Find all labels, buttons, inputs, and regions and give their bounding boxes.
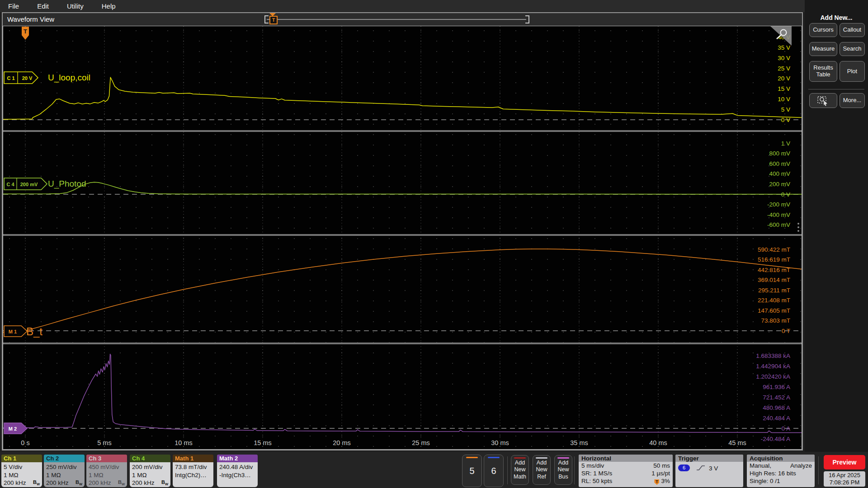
ch4-axis-tick: 400 mV [769, 170, 790, 177]
search-button[interactable]: Search [840, 42, 865, 56]
horizontal-panel[interactable]: Horizontal 5 ms/div50 ms SR: 1 MS/s1 µs/… [579, 455, 673, 487]
channel-setting-row: 250 mV/div [46, 463, 85, 471]
trigger-source-badge: 6 [678, 465, 690, 471]
channel-badge-ch1[interactable]: Ch 15 V/div1 MΩ200 kHzBW [1, 455, 42, 487]
channel-6-button[interactable]: 6 [484, 455, 504, 487]
bottom-settings-bar: Ch 15 V/div1 MΩ200 kHzBWCh 2250 mV/div1 … [0, 452, 868, 488]
math1-band-area [3, 236, 802, 343]
ch4-plot-badge[interactable]: C 4 200 mV [4, 178, 47, 190]
waveform-view-tab[interactable]: Waveform View T [3, 13, 802, 26]
acquisition-panel[interactable]: Acquisition Manual,Analyze High Res: 16 … [747, 455, 815, 487]
ch4-axis-tick: 800 mV [769, 150, 790, 157]
channel-badge-math1[interactable]: Math 173.8 mT/divIntg(Ch2)… [173, 455, 213, 487]
ch1-axis-tick: 10 V [778, 96, 790, 103]
x-axis-tick: 0 s [21, 439, 29, 446]
ch1-plot-badge[interactable]: C 1 20 V [4, 72, 38, 84]
rising-edge-icon [696, 465, 705, 471]
channel-setting-row: 1 MΩ [132, 471, 170, 479]
x-axis-tick: 40 ms [649, 439, 667, 446]
add-new-bus-button[interactable]: AddNewBus [554, 455, 572, 485]
callout-button[interactable]: Callout [840, 23, 865, 37]
minimap-trigger-icon[interactable]: T [269, 16, 278, 24]
minimap-left-bracket[interactable] [264, 15, 269, 23]
add-new-ref-button[interactable]: AddNewRef [533, 455, 551, 485]
channel-badge-math2[interactable]: Math 2240.48 A/div-Intg(Ch3… [217, 455, 258, 487]
bandwidth-limit-icon: BW [118, 479, 125, 487]
channel-badge-settings: 200 mV/div1 MΩ200 kHzBW [130, 462, 170, 487]
cursors-button[interactable]: Cursors [809, 23, 837, 37]
math1-axis-tick: 590.422 mT [758, 246, 790, 253]
bottom-bar-divider [507, 456, 508, 484]
x-axis-tick: 45 ms [728, 439, 746, 446]
channel-setting-row: 5 V/div [4, 463, 42, 471]
ch4-badge-scale: 200 mV [20, 182, 38, 187]
channel-badge-title: Ch 1 [1, 455, 42, 462]
menu-help[interactable]: Help [102, 2, 116, 10]
minimap-right-bracket[interactable] [525, 15, 529, 23]
math1-axis-tick: 516.619 mT [758, 256, 790, 263]
ch4-axis-tick: 600 mV [769, 160, 790, 167]
ch1-badge-scale: 20 V [22, 75, 33, 81]
more-button[interactable]: More... [840, 93, 865, 108]
math1-axis-tick: 369.014 mT [758, 277, 790, 283]
math1-badge-id: M 1 [9, 329, 17, 334]
add-new-math-button[interactable]: AddNewMath [511, 455, 529, 485]
menu-utility[interactable]: Utility [67, 2, 84, 10]
channel-color-accent [488, 457, 500, 458]
x-axis-tick: 5 ms [97, 439, 111, 446]
menu-edit[interactable]: Edit [37, 2, 49, 10]
channel-setting-row: -Intg(Ch3… [219, 471, 258, 479]
measure-button[interactable]: Measure [809, 42, 837, 56]
sample-rate: SR: 1 MS/s [581, 469, 612, 477]
x-axis-tick: 30 ms [491, 439, 509, 446]
trigger-panel[interactable]: Trigger 6 3 V [675, 455, 743, 487]
ch1-axis-tick: 25 V [778, 65, 790, 72]
horizontal-minimap-track[interactable] [267, 19, 526, 20]
ch4-axis-tick: -200 mV [767, 201, 790, 208]
bandwidth-limit-icon: BW [33, 479, 40, 487]
channel-badge-settings: 250 mV/div1 MΩ200 kHzBW [44, 462, 85, 487]
channel-setting-row: Intg(Ch2)… [175, 471, 213, 479]
menu-file[interactable]: File [8, 2, 19, 10]
channel-color-accent [466, 457, 478, 458]
channel-badge-ch4[interactable]: Ch 4200 mV/div1 MΩ200 kHzBW [130, 455, 170, 487]
sidebar-divider [808, 89, 864, 89]
channel-badge-ch3[interactable]: Ch 3450 mV/div1 MΩ200 kHzBW [86, 455, 127, 487]
ch1-band-area [3, 26, 802, 130]
channel-number: 6 [491, 466, 496, 476]
waveform-graticule[interactable]: 40 V35 V30 V25 V20 V15 V10 V5 V0 V1 V800… [3, 26, 802, 450]
math1-axis-tick: 147.605 mT [758, 307, 790, 314]
channel-badge-title: Ch 3 [86, 455, 127, 462]
math2-band-area [3, 344, 802, 449]
acquisition-panel-title: Acquisition [747, 455, 815, 462]
channel-5-button[interactable]: 5 [462, 455, 482, 487]
math2-axis-tick: 0 A [781, 425, 790, 432]
channel-badge-ch2[interactable]: Ch 2250 mV/div1 MΩ200 kHzBW [44, 455, 85, 487]
zoom-selection-button[interactable] [809, 93, 837, 108]
x-axis-tick: 15 ms [254, 439, 272, 446]
bottom-bar-divider [574, 456, 575, 484]
preview-button[interactable]: Preview [824, 455, 865, 469]
math2-axis-tick: 480.968 A [763, 404, 790, 411]
trigger-position-readout: T3% [654, 477, 670, 485]
button-label: AddNewMath [514, 460, 526, 481]
ch4-waveform-label: U_Photod [48, 179, 86, 189]
results-table-button[interactable]: Results Table [809, 61, 837, 82]
channel-setting-row: 450 mV/div [89, 463, 127, 471]
channel-badge-settings: 240.48 A/div-Intg(Ch3… [217, 462, 258, 487]
date-time-display[interactable]: 16 Apr 2025 7:08:26 PM [824, 471, 865, 487]
ch4-band-area [3, 132, 802, 234]
math2-axis-tick: 721.452 A [763, 394, 790, 401]
math2-axis-tick: 1.442904 kA [756, 363, 790, 370]
menu-bar: File Edit Utility Help [0, 0, 868, 12]
channel-setting-row: 73.8 mT/div [175, 463, 213, 471]
channel-number: 5 [469, 466, 474, 476]
bandwidth-limit-icon: BW [161, 479, 168, 487]
button-color-accent [557, 457, 569, 459]
channel-badge-title: Math 2 [217, 455, 258, 462]
plot-button[interactable]: Plot [840, 61, 865, 82]
trigger-mini-icon: T [654, 479, 659, 485]
panel-resize-handle-icon[interactable] [797, 223, 799, 232]
add-new-sidebar: Add New... Cursors Callout Measure Searc… [805, 0, 868, 488]
ch1-axis-tick: 30 V [778, 55, 790, 61]
